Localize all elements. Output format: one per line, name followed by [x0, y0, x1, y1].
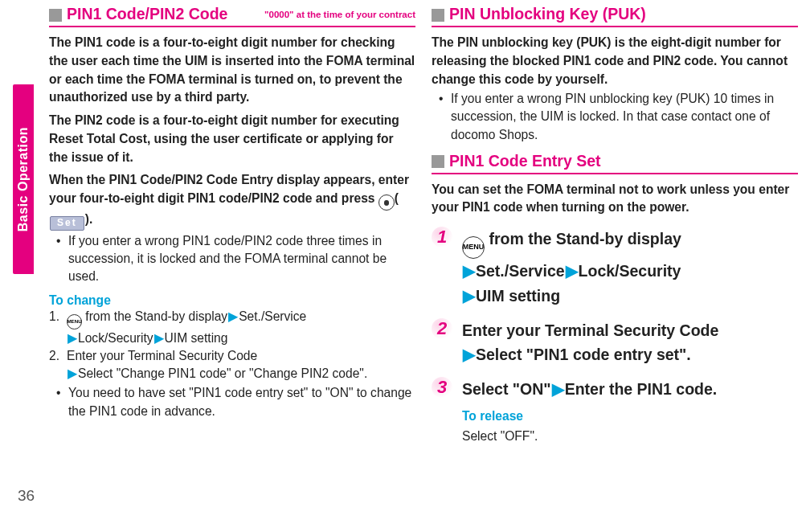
column-left: PIN1 Code/PIN2 Code "0000" at the time o…	[49, 5, 415, 532]
square-bullet-icon	[49, 9, 62, 22]
sidebar: Basic Operation 36	[0, 0, 44, 532]
para-pin1-desc: The PIN1 code is a four-to-eight digit n…	[49, 34, 415, 107]
step-2-body: Enter your Terminal Security Code ▶Selec…	[462, 318, 718, 367]
arrow-icon: ▶	[68, 331, 77, 345]
arrow-icon: ▶	[463, 262, 475, 280]
step-badge-1: 1	[432, 227, 452, 248]
step-2: 2 Enter your Terminal Security Code ▶Sel…	[432, 318, 798, 367]
square-bullet-icon	[432, 9, 444, 22]
heading-note: "0000" at the time of your contract	[264, 10, 415, 19]
step-1: 1 MENU from the Stand-by display ▶Set./S…	[432, 227, 798, 309]
bullet-wrong-code: If you enter a wrong PIN1 code/PIN2 code…	[49, 232, 415, 285]
page-number: 36	[18, 487, 35, 505]
menu-icon: MENU	[67, 314, 82, 329]
bullet-puk-wrong: If you enter a wrong PIN unblocking key …	[432, 90, 798, 143]
c2-a: Enter your Terminal Security Code	[67, 349, 257, 362]
c1-d: UIM setting	[165, 331, 228, 345]
change-step-2: 2. Enter your Terminal Security Code ▶Se…	[49, 347, 415, 383]
menu-icon: MENU	[462, 236, 485, 259]
arrow-icon: ▶	[68, 366, 77, 380]
step-3-body: Select "ON"▶Enter the PIN1 code. To rele…	[462, 377, 717, 445]
c1-a: from the Stand-by display	[82, 309, 227, 323]
section-heading-puk: PIN Unblocking Key (PUK)	[432, 5, 798, 27]
heading-puk: PIN Unblocking Key (PUK)	[449, 5, 646, 23]
column-right: PIN Unblocking Key (PUK) The PIN unblock…	[432, 5, 798, 532]
main-content: PIN1 Code/PIN2 Code "0000" at the time o…	[44, 0, 806, 532]
step-3: 3 Select "ON"▶Enter the PIN1 code. To re…	[432, 377, 798, 445]
s3-a: Select "ON"	[462, 380, 551, 398]
arrow-icon: ▶	[463, 346, 475, 363]
section-heading-pin-codes: PIN1 Code/PIN2 Code "0000" at the time o…	[49, 5, 415, 27]
square-bullet-icon	[432, 155, 444, 168]
release-head: To release	[462, 407, 717, 426]
bullet-list-puk: If you enter a wrong PIN unblocking key …	[432, 90, 798, 143]
sidebar-tab: Basic Operation	[13, 84, 34, 274]
change-step-1: 1. MENU from the Stand-by display▶Set./S…	[49, 308, 415, 347]
page: Basic Operation 36 PIN1 Code/PIN2 Code "…	[0, 0, 806, 532]
para-entry-desc: When the PIN1 Code/PIN2 Code Entry displ…	[49, 171, 415, 230]
arrow-icon: ▶	[154, 331, 164, 345]
s3-b: Enter the PIN1 code.	[565, 380, 718, 398]
subhead-to-change: To change	[49, 293, 415, 308]
release-body: Select "OFF".	[462, 427, 717, 446]
arrow-icon: ▶	[552, 380, 564, 398]
step-badge-2: 2	[432, 318, 452, 339]
num-2-label: 2.	[49, 347, 59, 365]
section-heading-entry-set: PIN1 Code Entry Set	[432, 152, 798, 174]
para-pin2-desc: The PIN2 code is a four-to-eight digit n…	[49, 112, 415, 166]
s2-a: Enter your Terminal Security Code	[462, 321, 718, 339]
heading-title: PIN1 Code/PIN2 Code	[67, 5, 227, 23]
arrow-icon: ▶	[228, 309, 238, 323]
s1-a: from the Stand-by display	[485, 230, 681, 248]
bullet-list-2: You need to have set "PIN1 code entry se…	[49, 384, 415, 419]
s1-d: UIM setting	[476, 287, 560, 305]
c1-b: Set./Service	[239, 309, 306, 323]
arrow-icon: ▶	[566, 262, 578, 280]
step-1-body: MENU from the Stand-by display ▶Set./Ser…	[462, 227, 681, 309]
c2-b: Select "Change PIN1 code" or "Change PIN…	[78, 366, 367, 380]
para-puk-desc: The PIN unblocking key (PUK) is the eigh…	[432, 34, 798, 88]
para-entry-set-desc: You can set the FOMA terminal not to wor…	[432, 181, 798, 218]
bullet-list: If you enter a wrong PIN1 code/PIN2 code…	[49, 232, 415, 285]
set-chip: Set	[50, 216, 84, 231]
c1-c: Lock/Security	[78, 331, 153, 345]
entry-text-b: ).	[85, 212, 93, 226]
entry-text-a: When the PIN1 Code/PIN2 Code Entry displ…	[49, 173, 409, 205]
arrow-icon: ▶	[463, 287, 475, 305]
bullet-need-on: You need to have set "PIN1 code entry se…	[49, 384, 415, 419]
step-badge-3: 3	[432, 377, 452, 398]
s1-c: Lock/Security	[579, 262, 681, 280]
heading-entry-set: PIN1 Code Entry Set	[449, 152, 601, 170]
s1-b: Set./Service	[476, 262, 565, 280]
sidebar-label: Basic Operation	[16, 127, 31, 231]
num-1-label: 1.	[49, 308, 59, 325]
center-button-icon	[378, 194, 395, 211]
s2-b: Select "PIN1 code entry set".	[476, 346, 691, 363]
